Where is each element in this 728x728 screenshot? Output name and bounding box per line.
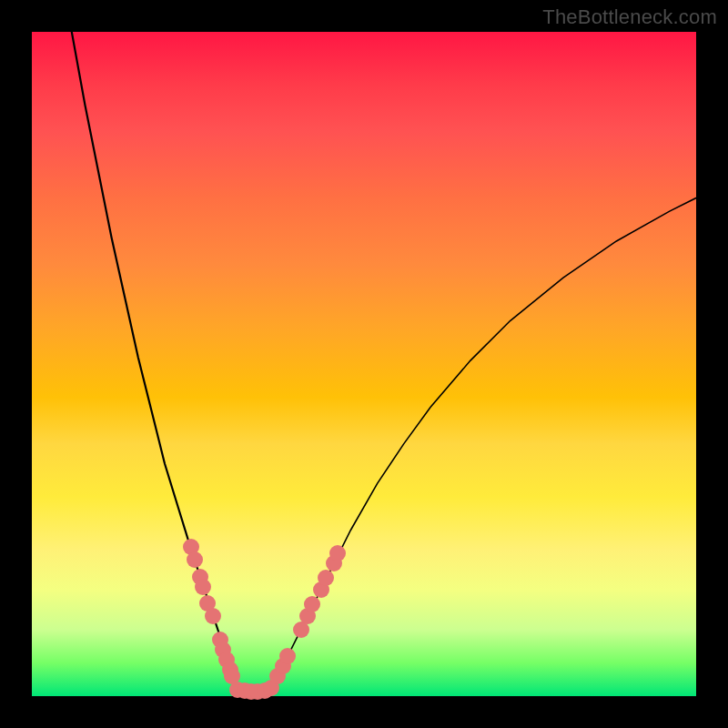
chart-stage: TheBottleneck.com	[0, 0, 728, 728]
curve-left-branch	[72, 32, 238, 690]
watermark-text: TheBottleneck.com	[542, 5, 717, 29]
marker-right-lower-cluster	[279, 648, 296, 664]
plot-area	[32, 32, 696, 696]
curve-svg	[32, 32, 696, 696]
marker-right-upper-cluster	[304, 596, 320, 612]
marker-left-upper-cluster	[187, 551, 203, 568]
marker-left-upper-cluster	[195, 579, 211, 595]
marker-left-upper-cluster	[205, 608, 221, 624]
marker-right-upper-cluster	[329, 545, 346, 561]
curve-right-branch	[271, 198, 696, 690]
marker-right-upper-cluster	[318, 570, 334, 586]
